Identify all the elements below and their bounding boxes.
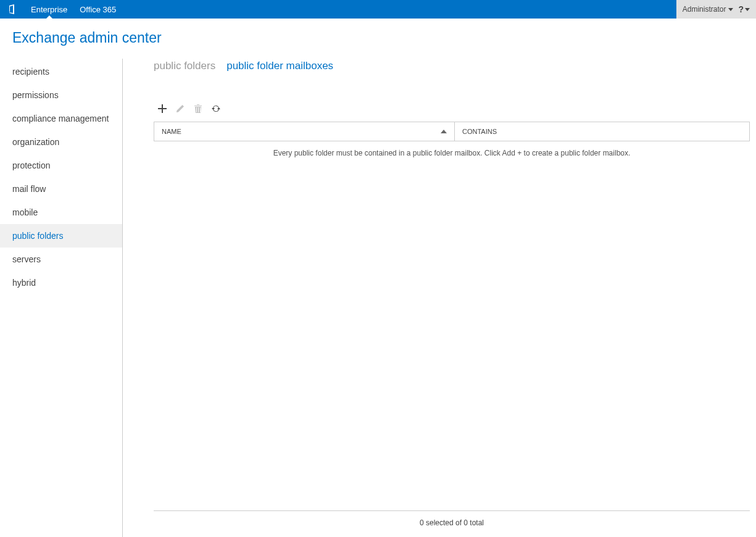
column-header-contains[interactable]: CONTAINS [455,122,749,141]
sidebar-item-publicfolders[interactable]: public folders [0,224,122,248]
sidebar-item-compliance[interactable]: compliance management [0,107,122,130]
sidebar-item-label: mobile [12,207,38,217]
tab-public-folders[interactable]: public folders [154,60,215,72]
office-logo-icon[interactable] [6,3,19,15]
sidebar-item-label: compliance management [12,114,109,123]
sidebar-item-label: hybrid [12,278,36,288]
topbar: Enterprise Office 365 Administrator ? [0,0,756,19]
sidebar-item-label: mail flow [12,184,46,194]
sidebar-item-hybrid[interactable]: hybrid [0,271,122,294]
sidebar-item-label: permissions [12,90,59,100]
column-label: NAME [162,128,181,135]
table-header: NAME CONTAINS [154,122,749,141]
refresh-icon [211,104,221,114]
pencil-icon [175,104,185,114]
admin-label: Administrator [683,5,726,14]
topbar-tab-label: Enterprise [31,5,67,14]
trash-icon [194,104,202,114]
caret-down-icon [728,8,733,11]
sidebar-item-label: recipients [12,67,49,77]
help-dropdown[interactable]: ? [738,4,750,14]
tab-public-folder-mailboxes[interactable]: public folder mailboxes [226,60,333,72]
tab-label: public folder mailboxes [226,60,333,72]
content: public folders public folder mailboxes N… [123,52,756,537]
empty-state-message: Every public folder must be contained in… [154,141,750,165]
sidebar-item-servers[interactable]: servers [0,248,122,271]
help-icon: ? [738,4,744,14]
sidebar-item-label: organization [12,137,59,147]
table: NAME CONTAINS [154,122,750,141]
sidebar: recipients permissions compliance manage… [0,52,122,537]
toolbar [157,103,750,114]
topbar-tab-label: Office 365 [80,5,116,14]
edit-button[interactable] [175,103,186,114]
tab-label: public folders [154,60,215,72]
admin-dropdown[interactable]: Administrator [683,5,734,14]
app-title: Exchange admin center [0,19,756,52]
main-container: recipients permissions compliance manage… [0,52,756,537]
column-header-name[interactable]: NAME [154,122,455,141]
topbar-tab-office365[interactable]: Office 365 [73,0,122,19]
plus-icon [157,104,167,114]
sidebar-item-protection[interactable]: protection [0,154,122,177]
sidebar-item-recipients[interactable]: recipients [0,60,122,83]
sidebar-item-label: servers [12,254,41,264]
sidebar-item-mobile[interactable]: mobile [0,201,122,224]
content-tabs: public folders public folder mailboxes [154,60,750,72]
sidebar-item-label: protection [12,160,50,170]
caret-down-icon [745,8,750,11]
sidebar-item-organization[interactable]: organization [0,130,122,154]
refresh-button[interactable] [210,103,222,114]
sidebar-item-permissions[interactable]: permissions [0,83,122,107]
add-button[interactable] [157,103,168,114]
topbar-left: Enterprise Office 365 [0,0,122,19]
sort-ascending-icon [441,130,447,133]
status-bar: 0 selected of 0 total [154,511,750,535]
sidebar-item-mailflow[interactable]: mail flow [0,177,122,201]
topbar-right: Administrator ? [676,0,756,19]
sidebar-item-label: public folders [12,231,64,241]
topbar-tab-enterprise[interactable]: Enterprise [25,0,73,19]
delete-button[interactable] [193,103,204,114]
column-label: CONTAINS [462,128,497,135]
